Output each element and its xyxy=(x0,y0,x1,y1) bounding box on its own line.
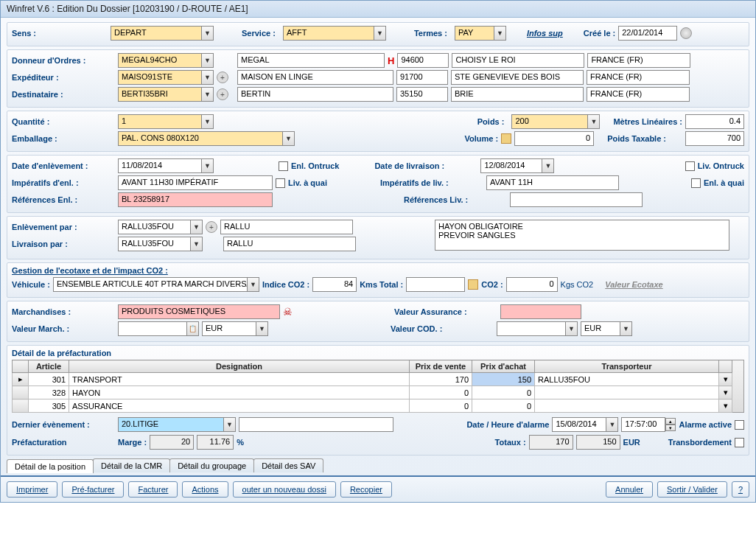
alarm-active-checkbox[interactable] xyxy=(735,420,744,430)
march-label: Marchandises : xyxy=(12,307,115,316)
sortir-valider-button[interactable]: Sortir / Valider xyxy=(657,481,727,498)
termes-label: Termes : xyxy=(414,29,447,38)
recopier-button[interactable]: Recopier xyxy=(340,481,392,498)
window-titlebar: Winfret V.6 : Edition Du Dossier [102031… xyxy=(1,1,755,18)
totaux-cur: EUR xyxy=(623,438,640,447)
tab-groupage[interactable]: Détail du groupage xyxy=(169,458,254,472)
qty-label: Quantité : xyxy=(12,117,115,126)
enl-carrier-add-icon[interactable]: + xyxy=(206,221,217,233)
val-cod-cur-dropdown[interactable]: EUR▼ xyxy=(581,321,632,336)
enl-carrier-name-field[interactable]: RALLU xyxy=(220,220,353,234)
liv-ref-field[interactable] xyxy=(510,192,643,207)
vol-edit-icon[interactable] xyxy=(501,133,511,144)
val-march-cur-dropdown[interactable]: EUR▼ xyxy=(202,321,268,336)
row-dropdown-icon[interactable]: ▾ xyxy=(719,386,732,399)
vehicule-label: Véhicule : xyxy=(12,280,50,289)
emb-dropdown[interactable]: PAL. CONS 080X120▼ xyxy=(118,131,295,146)
enl-carrier-dropdown[interactable]: RALLU35FOU▼ xyxy=(118,220,203,234)
ml-field[interactable]: 0.4 xyxy=(685,114,744,129)
enl-ontruck-label: Enl. Ontruck xyxy=(291,161,339,170)
alarm-active-label: Alarme active xyxy=(679,420,732,429)
val-assur-field[interactable] xyxy=(500,304,581,319)
exped-city-field[interactable]: STE GENEVIEVE DES BOIS xyxy=(451,70,584,85)
exped-code-dropdown[interactable]: MAISO91STE▼ xyxy=(118,70,214,85)
carrier-notes-textarea[interactable]: HAYON OBLIGATOIRE PREVOIR SANGLES xyxy=(435,220,729,251)
enl-imp-field[interactable]: AVANT 11H30 IMPÉRATIF xyxy=(118,175,273,190)
actions-button[interactable]: Actions xyxy=(182,481,228,498)
enl-date-label: Date d'enlèvement : xyxy=(12,161,115,170)
enl-quai-checkbox[interactable] xyxy=(691,178,701,188)
km-field[interactable] xyxy=(406,277,465,292)
row-marker-icon[interactable]: ▸ xyxy=(13,373,29,386)
val-march-field[interactable]: 📋 xyxy=(118,321,199,336)
liv-ontruck-label: Liv. Ontruck xyxy=(698,161,744,170)
nouveau-dossier-button[interactable]: outer un nouveau dossi xyxy=(233,481,336,498)
liv-carrier-dropdown[interactable]: RALLU35FOU▼ xyxy=(118,237,203,251)
dernier-evt-note-field[interactable] xyxy=(239,417,393,432)
imprimer-button[interactable]: Imprimer xyxy=(7,481,57,498)
enl-carrier-label: Enlèvement par : xyxy=(12,223,115,231)
dernier-evt-dropdown[interactable]: 20.LITIGE▼ xyxy=(118,417,236,432)
transbordement-checkbox[interactable] xyxy=(735,438,744,447)
liv-imp-field[interactable]: AVANT 11H xyxy=(486,175,619,190)
liv-date-field[interactable]: 12/08/2014▼ xyxy=(480,158,554,173)
annuler-button[interactable]: Annuler xyxy=(606,481,653,498)
row-dropdown-icon[interactable]: ▾ xyxy=(719,399,732,413)
table-scrollbar[interactable] xyxy=(732,360,744,413)
qty-dropdown[interactable]: 1▼ xyxy=(118,114,214,129)
dest-city-field[interactable]: BRIE xyxy=(451,87,584,102)
service-dropdown[interactable]: AFFT▼ xyxy=(283,26,386,41)
dest-code-dropdown[interactable]: BERTI35BRI▼ xyxy=(118,87,214,102)
donneur-code-dropdown[interactable]: MEGAL94CHO▼ xyxy=(118,53,214,68)
tab-sav[interactable]: Détail des SAV xyxy=(253,458,323,472)
exped-country-field[interactable]: FRANCE (FR) xyxy=(587,70,690,85)
enl-ontruck-checkbox[interactable] xyxy=(279,161,288,171)
liv-date-label: Date de livraison : xyxy=(374,161,477,170)
row-dropdown-icon[interactable]: ▾ xyxy=(719,373,732,386)
alarm-date-field[interactable]: 15/08/2014▼ xyxy=(552,417,618,432)
dest-add-icon[interactable]: + xyxy=(217,88,228,100)
exped-zip-field[interactable]: 91700 xyxy=(396,70,448,85)
liv-imp-label: Impératifs de liv. : xyxy=(380,178,483,187)
liv-ontruck-checkbox[interactable] xyxy=(685,161,695,171)
liv-quai-checkbox[interactable] xyxy=(276,178,285,188)
val-cod-field[interactable]: ▼ xyxy=(497,321,578,336)
ico2-field[interactable]: 84 xyxy=(312,277,357,292)
h-indicator-icon: H xyxy=(388,55,394,66)
donneur-zip-field[interactable]: 94600 xyxy=(397,53,449,68)
vehicule-dropdown[interactable]: ENSEMBLE ARTICULE 40T PTRA MARCH DIVERS/… xyxy=(53,277,259,292)
donneur-country-field[interactable]: FRANCE (FR) xyxy=(587,53,690,68)
exped-add-icon[interactable]: + xyxy=(217,71,228,83)
alarm-time-spinner[interactable]: ▴▾ xyxy=(665,418,676,431)
facturer-button[interactable]: Facturer xyxy=(128,481,178,498)
help-button[interactable]: ? xyxy=(732,481,749,498)
vol-field[interactable]: 0 xyxy=(514,131,594,146)
tab-position[interactable]: Détail de la position xyxy=(7,459,94,473)
cree-field[interactable]: 22/01/2014 xyxy=(618,26,677,41)
exped-name-field[interactable]: MAISON EN LINGE xyxy=(237,70,393,85)
pt-field[interactable]: 700 xyxy=(685,131,744,146)
vol-label: Volume : xyxy=(464,134,498,143)
prefac-table[interactable]: Article Designation Prix de vente Prix d… xyxy=(12,360,732,413)
km-label: Kms Total : xyxy=(360,280,403,289)
liv-quai-label: Liv. à quai xyxy=(288,178,327,187)
alarm-time-field[interactable]: 17:57:00 xyxy=(621,417,665,432)
donneur-name-field[interactable]: MEGAL xyxy=(237,53,385,68)
km-edit-icon[interactable] xyxy=(468,279,478,290)
donneur-city-field[interactable]: CHOISY LE ROI xyxy=(452,53,584,68)
infos-sup-link[interactable]: Infos sup xyxy=(527,29,563,38)
termes-dropdown[interactable]: PAY▼ xyxy=(455,26,506,41)
dest-zip-field[interactable]: 35150 xyxy=(396,87,448,102)
poids-dropdown[interactable]: 200▼ xyxy=(511,114,600,129)
dest-name-field[interactable]: BERTIN xyxy=(237,87,393,102)
enl-date-field[interactable]: 11/08/2014▼ xyxy=(118,158,214,173)
valeur-ecotaxe-link[interactable]: Valeur Ecotaxe xyxy=(605,280,662,289)
sens-dropdown[interactable]: DEPART▼ xyxy=(111,26,214,41)
enl-ref-field[interactable]: BL 23258917 xyxy=(118,192,273,207)
dest-country-field[interactable]: FRANCE (FR) xyxy=(587,87,690,102)
tab-cmr[interactable]: Détail de la CMR xyxy=(93,458,170,472)
prefacturer-button[interactable]: Pré-facturer xyxy=(62,481,124,498)
co2-field[interactable]: 0 xyxy=(506,277,558,292)
march-field[interactable]: PRODUITS COSMETIQUES xyxy=(118,304,280,319)
liv-carrier-name-field[interactable]: RALLU xyxy=(223,237,356,251)
